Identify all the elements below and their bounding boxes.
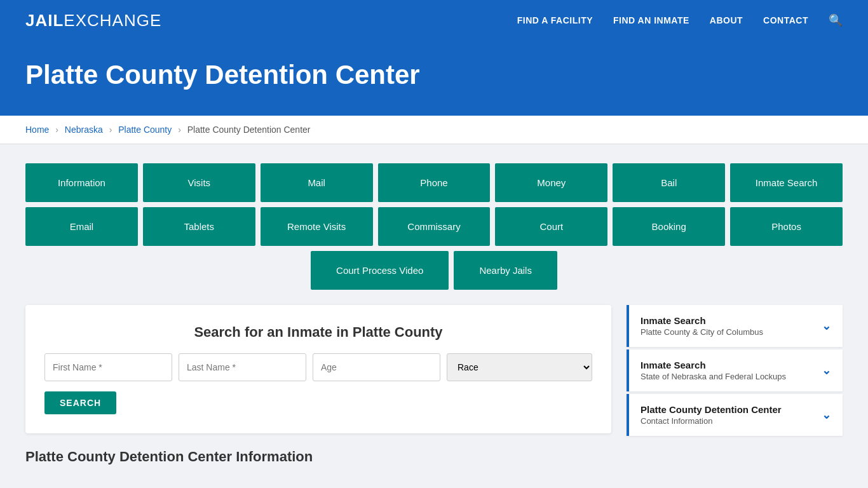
search-title: Search for an Inmate in Platte County (44, 324, 592, 341)
btn-photos[interactable]: Photos (730, 207, 843, 246)
sidebar-item-2-subtitle: Contact Information (641, 416, 782, 426)
main-nav: FIND A FACILITY FIND AN INMATE ABOUT CON… (517, 13, 843, 27)
chevron-down-icon-2: ⌄ (822, 408, 831, 422)
nav-find-inmate[interactable]: FIND AN INMATE (613, 15, 689, 25)
breadcrumb-current: Platte County Detention Center (187, 125, 311, 135)
logo-bold: JAIL (25, 11, 64, 30)
btn-bail[interactable]: Bail (613, 163, 725, 202)
btn-money[interactable]: Money (495, 163, 607, 202)
breadcrumb-sep-2: › (109, 125, 112, 135)
btn-visits[interactable]: Visits (143, 163, 255, 202)
sidebar-item-2[interactable]: Platte County Detention Center Contact I… (627, 394, 843, 436)
btn-booking[interactable]: Booking (613, 207, 725, 246)
breadcrumb-nebraska[interactable]: Nebraska (65, 125, 103, 135)
main-content: Information Visits Mail Phone Money Bail… (0, 144, 868, 484)
sidebar-item-2-title: Platte County Detention Center (641, 404, 782, 415)
sidebar-item-1[interactable]: Inmate Search State of Nebraska and Fede… (627, 349, 843, 391)
nav-find-facility[interactable]: FIND A FACILITY (517, 15, 593, 25)
logo-light: EXCHANGE (64, 11, 161, 30)
sidebar-item-0[interactable]: Inmate Search Platte County & City of Co… (627, 305, 843, 347)
breadcrumb-home[interactable]: Home (25, 125, 49, 135)
hero-section: Platte County Detention Center (0, 41, 868, 116)
breadcrumb-sep-3: › (178, 125, 181, 135)
logo[interactable]: JAILEXCHANGE (25, 11, 161, 30)
bottom-section-title: Platte County Detention Center Informati… (25, 433, 611, 465)
btn-remote-visits[interactable]: Remote Visits (261, 207, 373, 246)
btn-phone[interactable]: Phone (378, 163, 491, 202)
page-title: Platte County Detention Center (25, 60, 843, 90)
inmate-search-box: Search for an Inmate in Platte County Ra… (25, 305, 611, 433)
chevron-down-icon-1: ⌄ (822, 363, 831, 377)
breadcrumb-platte-county[interactable]: Platte County (118, 125, 172, 135)
sidebar-item-0-subtitle: Platte County & City of Columbus (641, 327, 763, 337)
age-input[interactable] (313, 353, 440, 381)
first-name-input[interactable] (44, 353, 172, 381)
left-column: Search for an Inmate in Platte County Ra… (25, 305, 611, 465)
search-icon[interactable]: 🔍 (829, 13, 843, 27)
btn-nearby-jails[interactable]: Nearby Jails (454, 251, 557, 290)
btn-mail[interactable]: Mail (261, 163, 373, 202)
sidebar-item-0-title: Inmate Search (641, 315, 763, 326)
btn-tablets[interactable]: Tablets (143, 207, 255, 246)
last-name-input[interactable] (179, 353, 306, 381)
button-grid-row1: Information Visits Mail Phone Money Bail… (25, 163, 843, 202)
btn-inmate-search[interactable]: Inmate Search (730, 163, 843, 202)
breadcrumb-sep-1: › (55, 125, 58, 135)
content-area: Search for an Inmate in Platte County Ra… (25, 305, 843, 465)
btn-information[interactable]: Information (25, 163, 138, 202)
btn-email[interactable]: Email (25, 207, 138, 246)
sidebar-item-1-title: Inmate Search (641, 360, 786, 370)
nav-about[interactable]: ABOUT (710, 15, 743, 25)
breadcrumb: Home › Nebraska › Platte County › Platte… (0, 116, 868, 144)
race-select[interactable]: Race White Black Hispanic Asian Other (447, 353, 592, 381)
nav-contact[interactable]: CONTACT (763, 15, 808, 25)
button-grid-row2: Email Tablets Remote Visits Commissary C… (25, 207, 843, 246)
button-grid-row3: Court Process Video Nearby Jails (25, 251, 843, 290)
sidebar: Inmate Search Platte County & City of Co… (627, 305, 843, 438)
btn-commissary[interactable]: Commissary (378, 207, 491, 246)
search-button[interactable]: SEARCH (44, 391, 116, 414)
sidebar-item-1-subtitle: State of Nebraska and Federal Lockups (641, 372, 786, 381)
header: JAILEXCHANGE FIND A FACILITY FIND AN INM… (0, 0, 868, 41)
chevron-down-icon-0: ⌄ (822, 319, 831, 333)
btn-court[interactable]: Court (495, 207, 607, 246)
search-fields: Race White Black Hispanic Asian Other (44, 353, 592, 381)
btn-court-process-video[interactable]: Court Process Video (311, 251, 449, 290)
